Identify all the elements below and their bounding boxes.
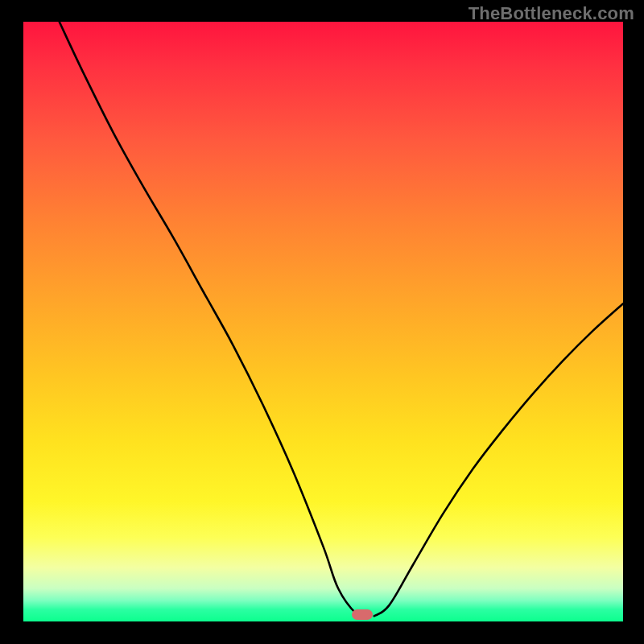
watermark-text: TheBottleneck.com — [469, 3, 634, 24]
bottleneck-curve — [23, 22, 623, 621]
curve-right — [374, 303, 623, 616]
plot-area — [23, 22, 623, 621]
bottleneck-marker — [352, 609, 373, 620]
chart-frame: TheBottleneck.com — [0, 0, 644, 644]
curve-left — [60, 22, 367, 617]
